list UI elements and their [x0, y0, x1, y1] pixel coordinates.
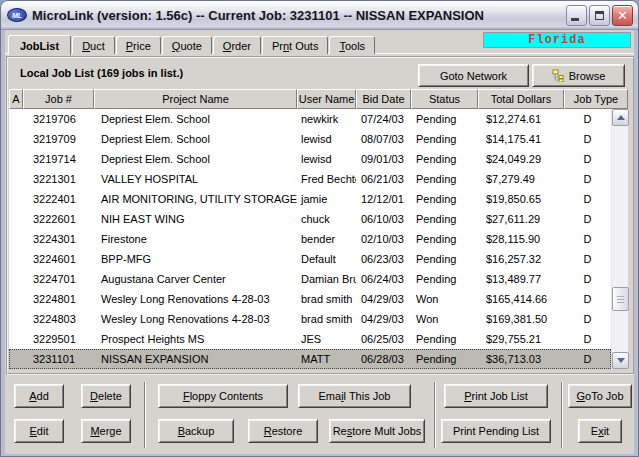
- table-row[interactable]: 3224701 Augustana Carver Center Damian B…: [9, 269, 611, 289]
- cell-project-name: Wesley Long Renovations 4-28-03: [94, 309, 297, 329]
- merge-button[interactable]: Merge: [81, 419, 131, 443]
- cell-total-dollars: $24,049.29: [478, 149, 564, 169]
- cell-total-dollars: $13,489.77: [478, 269, 564, 289]
- cell-project-name: Depriest Elem. School: [94, 109, 297, 129]
- backup-button[interactable]: Backup: [158, 419, 234, 443]
- cell-bid-date: 12/12/01: [356, 189, 411, 209]
- print-pending-list-button[interactable]: Print Pending List: [441, 419, 551, 443]
- table-row[interactable]: 3224301 Firestone bender 02/10/03 Pendin…: [9, 229, 611, 249]
- cell-job-type: D: [564, 169, 611, 189]
- cell-user-name: jamie: [297, 189, 356, 209]
- cell-job-number: 3229501: [23, 329, 94, 349]
- tab-order[interactable]: Order: [213, 36, 261, 54]
- cell-bid-date: 06/10/03: [356, 209, 411, 229]
- scroll-down-button[interactable]: [612, 352, 629, 369]
- cell-user-name: lewisd: [297, 129, 356, 149]
- column-header-project-name[interactable]: Project Name: [94, 89, 297, 109]
- table-row[interactable]: 3219714 Depriest Elem. School lewisd 09/…: [9, 149, 611, 169]
- browse-button[interactable]: Browse: [532, 64, 625, 87]
- job-table: A Job # Project Name User Name Bid Date …: [9, 89, 628, 369]
- table-row[interactable]: 3224803 Wesley Long Renovations 4-28-03 …: [9, 309, 611, 329]
- column-header-status[interactable]: Status: [411, 89, 478, 109]
- title-bar[interactable]: ML MicroLink (version: 1.56c) -- Current…: [1, 1, 638, 30]
- window-controls: ✕: [566, 5, 633, 26]
- restore-mult-jobs-button[interactable]: Restore Mult Jobs: [329, 419, 425, 443]
- cell-a: [9, 229, 23, 249]
- panel-divider: [144, 382, 146, 448]
- cell-user-name: JES: [297, 329, 356, 349]
- cell-project-name: Augustana Carver Center: [94, 269, 297, 289]
- vertical-scrollbar[interactable]: [611, 109, 628, 369]
- tree-browse-icon: [552, 69, 565, 82]
- print-job-list-button[interactable]: Print Job List: [444, 384, 548, 408]
- add-button[interactable]: Add: [14, 384, 64, 408]
- cell-status: Pending: [411, 269, 478, 289]
- cell-status: Won: [411, 289, 478, 309]
- cell-user-name: newkirk: [297, 109, 356, 129]
- tab-tools[interactable]: Tools: [329, 36, 375, 54]
- arrow-up-icon: [617, 115, 625, 120]
- tab-quote[interactable]: Quote: [162, 36, 212, 54]
- column-header-job-type[interactable]: Job Type: [564, 89, 628, 109]
- tab-joblist[interactable]: JobList: [8, 35, 71, 55]
- cell-status: Pending: [411, 169, 478, 189]
- table-row[interactable]: 3222601 NIH EAST WING chuck 06/10/03 Pen…: [9, 209, 611, 229]
- job-rows: 3219706 Depriest Elem. School newkirk 07…: [9, 109, 611, 369]
- column-header-bid-date[interactable]: Bid Date: [356, 89, 411, 109]
- cell-user-name: lewisd: [297, 149, 356, 169]
- cell-total-dollars: $7,279.49: [478, 169, 564, 189]
- minimize-button[interactable]: [566, 5, 587, 26]
- app-window: ML MicroLink (version: 1.56c) -- Current…: [0, 0, 639, 457]
- cell-bid-date: 07/24/03: [356, 109, 411, 129]
- cell-total-dollars: $12,274.61: [478, 109, 564, 129]
- email-this-job-button[interactable]: Email This Job: [298, 384, 411, 408]
- cell-a: [9, 329, 23, 349]
- goto-network-button[interactable]: Goto Network: [418, 64, 529, 87]
- edit-button[interactable]: Edit: [14, 419, 64, 443]
- cell-job-number: 3222601: [23, 209, 94, 229]
- cell-status: Pending: [411, 209, 478, 229]
- cell-bid-date: 09/01/03: [356, 149, 411, 169]
- tab-price[interactable]: Price: [116, 36, 161, 54]
- arrow-down-icon: [617, 358, 625, 363]
- cell-bid-date: 06/23/03: [356, 249, 411, 269]
- cell-total-dollars: $27,611.29: [478, 209, 564, 229]
- cell-status: Pending: [411, 329, 478, 349]
- cell-project-name: VALLEY HOSPITAL: [94, 169, 297, 189]
- column-header-user-name[interactable]: User Name: [297, 89, 356, 109]
- cell-status: Pending: [411, 189, 478, 209]
- close-button[interactable]: ✕: [612, 5, 633, 26]
- table-row[interactable]: 3224601 BPP-MFG Default 06/23/03 Pending…: [9, 249, 611, 269]
- table-row[interactable]: 3219709 Depriest Elem. School lewisd 08/…: [9, 129, 611, 149]
- table-row[interactable]: 3231101 NISSAN EXPANSION MATT 06/28/03 P…: [9, 349, 611, 369]
- cell-project-name: Firestone: [94, 229, 297, 249]
- browse-button-label: Browse: [569, 70, 606, 82]
- scrollbar-thumb[interactable]: [612, 287, 629, 311]
- cell-job-type: D: [564, 269, 611, 289]
- tab-prnt-outs[interactable]: Prnt Outs: [262, 36, 328, 54]
- column-header-a[interactable]: A: [9, 89, 23, 109]
- table-row[interactable]: 3229501 Prospect Heights MS JES 06/25/03…: [9, 329, 611, 349]
- cell-a: [9, 309, 23, 329]
- delete-button[interactable]: Delete: [81, 384, 131, 408]
- cell-status: Pending: [411, 109, 478, 129]
- tab-duct[interactable]: Duct: [72, 36, 115, 54]
- maximize-button[interactable]: [589, 5, 610, 26]
- scroll-up-button[interactable]: [612, 109, 629, 126]
- exit-button[interactable]: Exit: [578, 419, 622, 443]
- cell-total-dollars: $165,414.66: [478, 289, 564, 309]
- cell-job-type: D: [564, 309, 611, 329]
- floppy-contents-button[interactable]: Floppy Contents: [158, 384, 288, 408]
- table-row[interactable]: 3219706 Depriest Elem. School newkirk 07…: [9, 109, 611, 129]
- cell-project-name: NIH EAST WING: [94, 209, 297, 229]
- cell-job-number: 3219706: [23, 109, 94, 129]
- goto-job-button[interactable]: GoTo Job: [568, 384, 632, 408]
- column-header-total-dollars[interactable]: Total Dollars: [478, 89, 564, 109]
- column-header-job-number[interactable]: Job #: [23, 89, 94, 109]
- table-row[interactable]: 3222401 AIR MONITORING, UTILITY STORAGE …: [9, 189, 611, 209]
- cell-user-name: brad smith: [297, 309, 356, 329]
- cell-project-name: AIR MONITORING, UTILITY STORAGE: [94, 189, 297, 209]
- table-row[interactable]: 3224801 Wesley Long Renovations 4-28-03 …: [9, 289, 611, 309]
- table-row[interactable]: 3221301 VALLEY HOSPITAL Fred Bechto 06/2…: [9, 169, 611, 189]
- restore-button[interactable]: Restore: [248, 419, 318, 443]
